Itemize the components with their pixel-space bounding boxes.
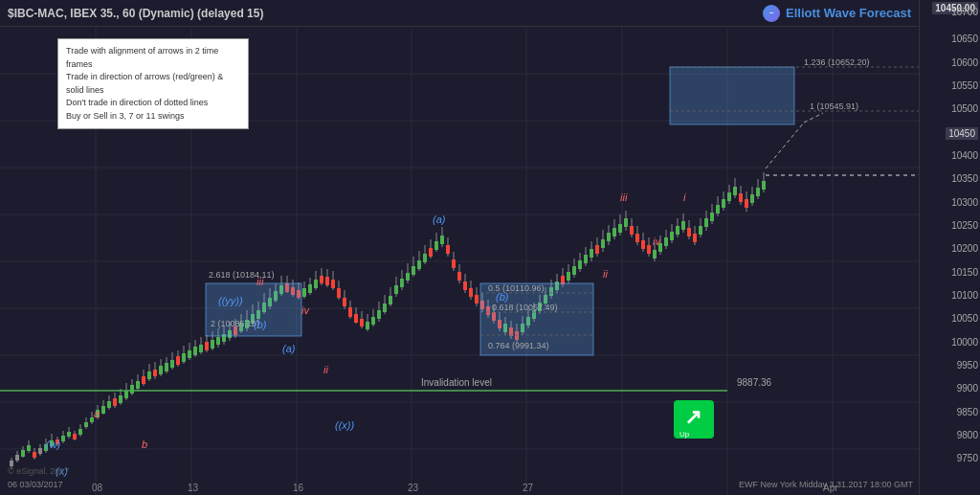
svg-rect-139 <box>354 314 358 323</box>
fib-0.618-label: 0.618 (10057.49) <box>492 303 558 312</box>
svg-rect-279 <box>756 188 760 196</box>
svg-rect-253 <box>681 221 685 230</box>
svg-rect-157 <box>406 273 410 281</box>
svg-rect-229 <box>612 228 616 236</box>
svg-rect-269 <box>727 192 731 201</box>
invalidation-label: Invalidation level <box>421 377 492 388</box>
svg-rect-145 <box>371 317 375 325</box>
svg-rect-77 <box>176 356 180 365</box>
price-9750: 9750 <box>957 453 978 463</box>
svg-rect-169 <box>440 236 444 244</box>
svg-rect-63 <box>136 381 140 389</box>
logo-icon: ~ <box>763 5 780 22</box>
svg-rect-255 <box>687 228 691 236</box>
price-10450-axis: 10450 <box>946 127 978 140</box>
svg-rect-45 <box>84 422 88 427</box>
invalidation-price: 9887.36 <box>737 377 772 388</box>
instructions-box: Trade with alignment of arrows in 2 time… <box>57 38 249 129</box>
wave-xx: ((x)) <box>335 419 354 431</box>
svg-rect-81 <box>188 350 191 358</box>
arrow-up-symbol: ↗ <box>684 405 702 429</box>
price-10250: 10250 <box>951 220 978 231</box>
wave-b-red: b <box>142 439 147 450</box>
wave-ii-main: ii <box>603 268 608 280</box>
svg-rect-257 <box>693 234 697 242</box>
price-10150: 10150 <box>951 267 978 278</box>
svg-rect-149 <box>383 304 387 312</box>
wave-a-peak: (a) <box>433 214 446 225</box>
svg-rect-243 <box>653 250 657 259</box>
svg-rect-61 <box>130 385 134 394</box>
svg-rect-133 <box>337 288 341 298</box>
price-10550: 10550 <box>951 80 978 91</box>
svg-rect-137 <box>348 307 352 317</box>
date-16: 16 <box>293 483 304 493</box>
bottom-date: 06 03/03/2017 <box>8 480 63 489</box>
svg-rect-215 <box>572 266 576 275</box>
zone-target <box>670 67 794 124</box>
svg-rect-225 <box>601 239 605 248</box>
price-10500: 10500 <box>951 103 978 114</box>
svg-rect-233 <box>624 218 628 227</box>
svg-rect-91 <box>216 337 220 345</box>
svg-rect-275 <box>745 199 748 208</box>
svg-rect-75 <box>170 360 174 368</box>
up-label: Up <box>679 430 690 439</box>
wave-a1: (a) <box>282 343 296 354</box>
svg-rect-175 <box>457 272 461 281</box>
bottom-timestamp: EWF New York Midday 3.31.2017 18:00 GMT <box>739 480 913 489</box>
price-10350: 10350 <box>951 173 978 184</box>
fib-1-label: 1 (10545.91) <box>810 101 858 111</box>
svg-rect-37 <box>61 436 65 441</box>
svg-rect-147 <box>377 310 381 319</box>
svg-rect-261 <box>704 218 708 227</box>
price-10000: 10000 <box>951 337 978 348</box>
price-10100: 10100 <box>951 290 978 301</box>
svg-rect-273 <box>739 193 743 202</box>
svg-rect-135 <box>343 298 346 306</box>
fib-1.236-label: 1.236 (10652.20) <box>804 57 870 67</box>
svg-rect-167 <box>434 241 438 250</box>
svg-rect-271 <box>733 187 737 195</box>
instruction-line1: Trade with alignment of arrows in 2 time… <box>66 45 240 71</box>
svg-rect-43 <box>78 429 82 435</box>
svg-rect-71 <box>159 366 163 374</box>
wave-w: (w) <box>46 439 61 450</box>
svg-rect-217 <box>578 260 582 269</box>
svg-rect-141 <box>360 319 364 326</box>
svg-rect-59 <box>124 391 128 398</box>
svg-rect-181 <box>475 295 479 304</box>
zone-yy-top-label: 2.618 (10184.11) <box>209 270 275 280</box>
svg-rect-41 <box>73 434 77 439</box>
svg-rect-83 <box>193 347 197 355</box>
svg-rect-29 <box>38 448 42 454</box>
svg-rect-21 <box>15 455 19 461</box>
svg-rect-237 <box>635 234 639 242</box>
date-08: 08 <box>92 483 103 493</box>
svg-rect-171 <box>446 245 450 254</box>
fib-0.5-label: 0.5 (10110.96) <box>488 283 545 293</box>
price-10650: 10650 <box>951 34 978 44</box>
instruction-line3: Don't trade in direction of dotted lines <box>66 97 240 110</box>
svg-rect-159 <box>412 266 415 275</box>
svg-rect-277 <box>750 194 754 203</box>
svg-rect-223 <box>595 245 599 254</box>
svg-rect-89 <box>211 340 214 349</box>
svg-rect-173 <box>452 259 456 268</box>
wave-a-red: a <box>94 408 100 419</box>
svg-rect-247 <box>664 237 668 246</box>
svg-rect-219 <box>584 255 588 263</box>
svg-rect-23 <box>21 450 25 457</box>
wave-iii-red-left: iii <box>256 276 264 287</box>
svg-rect-39 <box>67 432 71 437</box>
svg-rect-73 <box>165 363 168 371</box>
svg-rect-259 <box>699 226 702 235</box>
date-27: 27 <box>523 483 534 493</box>
svg-rect-125 <box>314 280 318 288</box>
svg-rect-251 <box>676 226 679 235</box>
date-13: 13 <box>188 483 199 493</box>
svg-rect-127 <box>320 276 323 283</box>
price-9900: 9900 <box>957 383 978 394</box>
svg-rect-69 <box>153 370 157 376</box>
price-10300: 10300 <box>951 197 978 208</box>
